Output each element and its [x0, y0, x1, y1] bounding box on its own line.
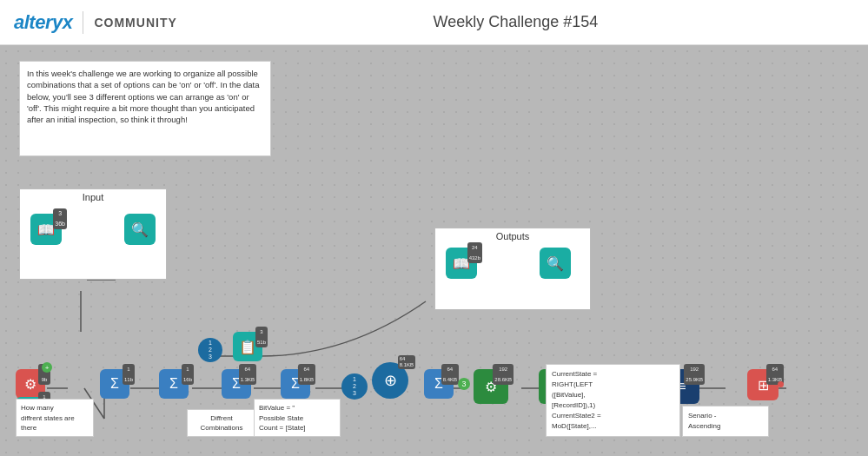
bitvalue-popup: BitValue = '' Possible State Count = [St… — [254, 399, 341, 437]
outputs-container: Outputs 📖 24432b 🔍 — [434, 228, 591, 310]
formula-icon-1[interactable]: Σ 111b — [100, 369, 129, 399]
book-tool-2-badge: 24432b — [467, 242, 482, 263]
book-tool-2[interactable]: 📖 24432b — [446, 248, 477, 279]
community-label: COMMUNITY — [83, 16, 176, 30]
circle-1-text: 123 — [209, 340, 212, 360]
sort-badge: 19225.9KB — [684, 364, 705, 385]
binoculars-tool-1[interactable]: 🔍 — [124, 214, 156, 245]
config-badge-1: 19228.6KB — [493, 364, 514, 385]
record-icon[interactable]: 📋 351b — [233, 332, 262, 361]
logo-area: alteryx COMMUNITY — [14, 11, 177, 34]
description-text: In this week's challenge we are working … — [27, 69, 259, 124]
formula-tool-1: Σ 111b — [100, 369, 129, 399]
formula-tool-2: Σ 116b — [159, 369, 189, 399]
outputs-box-label: Outputs — [435, 228, 590, 241]
diffrent-popup-text: Diffrent Combinations — [201, 414, 243, 432]
binoculars-tool-2[interactable]: 🔍 — [540, 248, 571, 279]
scenario-popup: Senario - Ascending — [682, 406, 769, 437]
formula-tool-5: Σ 648.4KB — [424, 369, 454, 399]
canvas: In this week's challenge we are working … — [0, 45, 868, 456]
record-tool: 📋 351b — [233, 332, 262, 361]
diffrent-popup: Diffrent Combinations — [187, 409, 256, 437]
record-badge: 351b — [255, 327, 268, 347]
append-circle: ⊕ 648.1KB — [372, 362, 408, 399]
book-tool-1[interactable]: 📖 336b — [30, 214, 62, 245]
output-final-icon[interactable]: ⊞ 641.3KB — [747, 369, 779, 400]
formula-icon-3[interactable]: Σ 641.3KB — [222, 369, 251, 399]
formula-badge-2: 116b — [182, 364, 194, 385]
page-title: Weekly Challenge #154 — [177, 13, 854, 31]
book-tool-1-badge: 336b — [53, 208, 67, 229]
formula-icon-4[interactable]: Σ 641.8KB — [281, 369, 310, 399]
formula-tool-4: Σ 641.8KB — [281, 369, 310, 399]
states-popup-text: How many diffrent states are there — [21, 404, 75, 431]
circle-tool-1[interactable]: 123 — [198, 338, 222, 362]
scenario-popup-text: Senario - Ascending — [688, 412, 720, 430]
alteryx-logo: alteryx — [14, 11, 83, 34]
formula-tool-3: Σ 641.3KB — [222, 369, 251, 399]
bitvalue-popup-text: BitValue = '' Possible State Count = [St… — [259, 404, 306, 431]
circle-2-text: 123 — [353, 376, 356, 396]
states-popup: How many diffrent states are there — [16, 399, 94, 437]
append-icon[interactable]: ⊕ 648.1KB — [372, 362, 408, 399]
circle-connector-2: 123 — [341, 373, 368, 400]
output-final-tool: ⊞ 641.3KB — [747, 369, 779, 400]
append-badge: 648.1KB — [398, 355, 415, 369]
input-box-label: Input — [20, 189, 166, 202]
formula-icon-5[interactable]: Σ 648.4KB — [424, 369, 454, 399]
green-number-dot: 3 — [458, 378, 470, 390]
formula-badge-3: 641.3KB — [239, 364, 256, 385]
formula-icon-2[interactable]: Σ 116b — [159, 369, 189, 399]
formula-badge-5: 648.4KB — [441, 364, 459, 385]
circle-tool-2[interactable]: 123 — [341, 373, 368, 400]
circle-connector-group: 123 — [198, 338, 222, 362]
formula-badge-4: 641.8KB — [298, 364, 315, 385]
config-icon-1[interactable]: ⚙ 19228.6KB — [474, 369, 508, 404]
generate-plus: + — [42, 362, 52, 373]
description-box: In this week's challenge we are working … — [19, 61, 271, 156]
formula-badge-1: 111b — [123, 364, 135, 385]
config-tool-1: ⚙ 19228.6KB — [474, 369, 508, 404]
output-final-red-dot — [778, 381, 784, 387]
header: alteryx COMMUNITY Weekly Challenge #154 — [0, 0, 868, 45]
input-container: Input 📖 336b 🔍 — [19, 188, 167, 280]
formula-popup: CurrentState = RIGHT(LEFT ([BitValue], [… — [546, 364, 680, 437]
formula-popup-text: CurrentState = RIGHT(LEFT ([BitValue], [… — [552, 370, 601, 430]
